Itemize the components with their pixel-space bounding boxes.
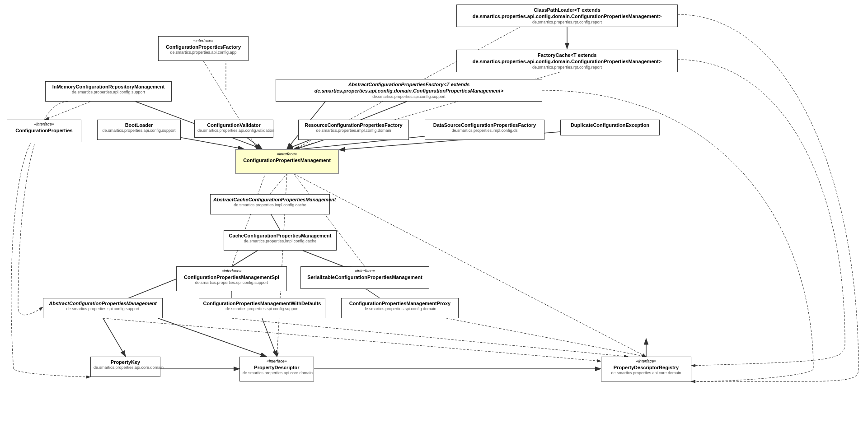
resourceconfigfactory-package: de.smartics.properties.impl.config.domai… bbox=[301, 128, 406, 134]
abstractconfigfactory-package: de.smartics.properties.spi.config.suppor… bbox=[279, 94, 539, 100]
bootloader-package: de.smartics.properties.api.config.suppor… bbox=[100, 128, 178, 134]
interface-serializableconfigpropsmanagement-stereotype: «interface» bbox=[304, 269, 426, 274]
interface-configpropertiesfactory-name: ConfigurationPropertiesFactory bbox=[161, 44, 245, 50]
interface-configpropsmanagement-box: «interface» ConfigurationPropertiesManag… bbox=[235, 149, 339, 174]
svg-line-18 bbox=[232, 174, 265, 266]
svg-line-16 bbox=[270, 174, 287, 194]
interface-configpropsmanagement-name: ConfigurationPropertiesManagement bbox=[239, 157, 335, 163]
abstractconfigpropsmanagement-package: de.smartics.properties.spi.config.suppor… bbox=[46, 307, 160, 312]
configpropsproxy-box: ConfigurationPropertiesManagementProxy d… bbox=[341, 298, 459, 318]
configpropswithdefaults-box: ConfigurationPropertiesManagementWithDef… bbox=[199, 298, 325, 318]
propertykey-box: PropertyKey de.smartics.properties.api.c… bbox=[90, 357, 160, 377]
interface-propertydescriptorregistry-stereotype: «interface» bbox=[604, 359, 688, 364]
configpropsproxy-name: ConfigurationPropertiesManagementProxy bbox=[344, 300, 455, 307]
svg-line-17 bbox=[271, 214, 280, 230]
datasourceconfigfactory-package: de.smartics.properties.impl.config.ds bbox=[428, 128, 541, 134]
svg-line-28 bbox=[232, 318, 628, 357]
interface-serializableconfigpropsmanagement-box: «interface» SerializableConfigurationPro… bbox=[300, 266, 429, 289]
resourceconfigfactory-box: ResourceConfigurationPropertiesFactory d… bbox=[298, 120, 409, 140]
svg-line-29 bbox=[103, 318, 601, 361]
factorycache-box: FactoryCache<T extends de.smartics.prope… bbox=[456, 50, 678, 72]
abstractconfigfactory-name: AbstractConfigurationPropertiesFactory<T… bbox=[279, 81, 539, 94]
duplicateconfigexception-box: DuplicateConfigurationException bbox=[560, 120, 660, 135]
configvalidator-package: de.smartics.properties.api.config.valida… bbox=[197, 128, 270, 134]
duplicateconfigexception-name: DuplicateConfigurationException bbox=[563, 122, 657, 128]
cacheconfigpropsmanagement-box: CacheConfigurationPropertiesManagement d… bbox=[224, 230, 337, 251]
svg-line-24 bbox=[366, 289, 380, 298]
interface-propertydescriptor-box: «interface» PropertyDescriptor de.smarti… bbox=[239, 357, 314, 381]
interface-configpropsmanagementspi-box: «interface» ConfigurationPropertiesManag… bbox=[176, 266, 287, 291]
configpropswithdefaults-package: de.smartics.properties.spi.config.suppor… bbox=[202, 307, 322, 312]
interface-propertydescriptor-name: PropertyDescriptor bbox=[243, 364, 311, 371]
propertykey-package: de.smartics.properties.api.core.domain bbox=[94, 365, 157, 371]
classpathloader-box: ClassPathLoader<T extends de.smartics.pr… bbox=[456, 5, 678, 27]
interface-propertydescriptorregistry-name: PropertyDescriptorRegistry bbox=[604, 364, 688, 371]
configpropsproxy-package: de.smartics.properties.spi.config.domain bbox=[344, 307, 455, 312]
svg-line-21 bbox=[303, 251, 343, 266]
cacheconfigpropsmanagement-package: de.smartics.properties.impl.config.cache bbox=[227, 239, 333, 244]
inmemoryconfigrepo-package: de.smartics.properties.api.config.suppor… bbox=[48, 90, 169, 95]
svg-line-9 bbox=[45, 102, 90, 120]
interface-configpropsmanagement-stereotype: «interface» bbox=[239, 152, 335, 157]
resourceconfigfactory-name: ResourceConfigurationPropertiesFactory bbox=[301, 122, 406, 128]
interface-configpropertiesfactory-package: de.smartics.properties.api.config.app bbox=[161, 50, 245, 56]
abstractcacheconfigpropsmanagement-name: AbstractCacheConfigurationPropertiesMana… bbox=[213, 196, 327, 203]
classpathloader-name: ClassPathLoader<T extends de.smartics.pr… bbox=[460, 7, 675, 20]
datasourceconfigfactory-name: DataSourceConfigurationPropertiesFactory bbox=[428, 122, 541, 128]
interface-configprops-name: ConfigurationProperties bbox=[10, 127, 78, 134]
abstractconfigfactory-box: AbstractConfigurationPropertiesFactory<T… bbox=[276, 79, 542, 102]
factorycache-name: FactoryCache<T extends de.smartics.prope… bbox=[460, 52, 675, 65]
bootloader-name: BootLoader bbox=[100, 122, 178, 128]
svg-line-33 bbox=[262, 318, 277, 357]
configvalidator-name: ConfigurationValidator bbox=[197, 122, 270, 128]
interface-propertydescriptorregistry-box: «interface» PropertyDescriptorRegistry d… bbox=[601, 357, 691, 381]
svg-line-30 bbox=[103, 318, 126, 357]
svg-line-19 bbox=[294, 174, 365, 266]
diagram-container: ClassPathLoader<T extends de.smartics.pr… bbox=[0, 0, 868, 437]
cacheconfigpropsmanagement-name: CacheConfigurationPropertiesManagement bbox=[227, 232, 333, 239]
classpathloader-package: de.smartics.properties.rpt.config.report bbox=[460, 20, 675, 25]
interface-propertydescriptor-package: de.smartics.properties.api.core.domain bbox=[243, 371, 311, 376]
abstractcacheconfigpropsmanagement-package: de.smartics.properties.impl.config.cache bbox=[213, 203, 327, 208]
abstractcacheconfigpropsmanagement-box: AbstractCacheConfigurationPropertiesMana… bbox=[210, 194, 330, 214]
interface-configprops-box: «interface» ConfigurationProperties bbox=[7, 120, 81, 142]
interface-configpropertiesfactory-stereotype: «interface» bbox=[161, 38, 245, 44]
svg-line-20 bbox=[232, 251, 258, 266]
interface-configpropsmanagementspi-name: ConfigurationPropertiesManagementSpi bbox=[179, 274, 284, 280]
abstractconfigpropsmanagement-box: AbstractConfigurationPropertiesManagemen… bbox=[43, 298, 163, 318]
interface-configprops-stereotype: «interface» bbox=[10, 122, 78, 127]
datasourceconfigfactory-box: DataSourceConfigurationPropertiesFactory… bbox=[425, 120, 544, 140]
inmemoryconfigrepo-name: InMemoryConfigurationRepositoryManagemen… bbox=[48, 84, 169, 90]
interface-configpropsmanagementspi-package: de.smartics.properties.spi.config.suppor… bbox=[179, 280, 284, 286]
bootloader-box: BootLoader de.smartics.properties.api.co… bbox=[97, 120, 181, 140]
interface-propertydescriptorregistry-package: de.smartics.properties.api.core.domain bbox=[604, 371, 688, 376]
svg-line-32 bbox=[158, 318, 267, 357]
propertykey-name: PropertyKey bbox=[94, 359, 157, 365]
factorycache-package: de.smartics.properties.rpt.config.report bbox=[460, 65, 675, 70]
interface-configpropertiesfactory-box: «interface» ConfigurationPropertiesFacto… bbox=[158, 36, 249, 61]
interface-serializableconfigpropsmanagement-name: SerializableConfigurationPropertiesManag… bbox=[304, 274, 426, 280]
configpropswithdefaults-name: ConfigurationPropertiesManagementWithDef… bbox=[202, 300, 322, 307]
svg-line-26 bbox=[294, 174, 646, 357]
interface-propertydescriptor-stereotype: «interface» bbox=[243, 359, 311, 364]
abstractconfigpropsmanagement-name: AbstractConfigurationPropertiesManagemen… bbox=[46, 300, 160, 307]
inmemoryconfigrepo-box: InMemoryConfigurationRepositoryManagemen… bbox=[45, 81, 172, 102]
configvalidator-box: ConfigurationValidator de.smartics.prope… bbox=[194, 120, 273, 138]
interface-configpropsmanagementspi-stereotype: «interface» bbox=[179, 269, 284, 274]
